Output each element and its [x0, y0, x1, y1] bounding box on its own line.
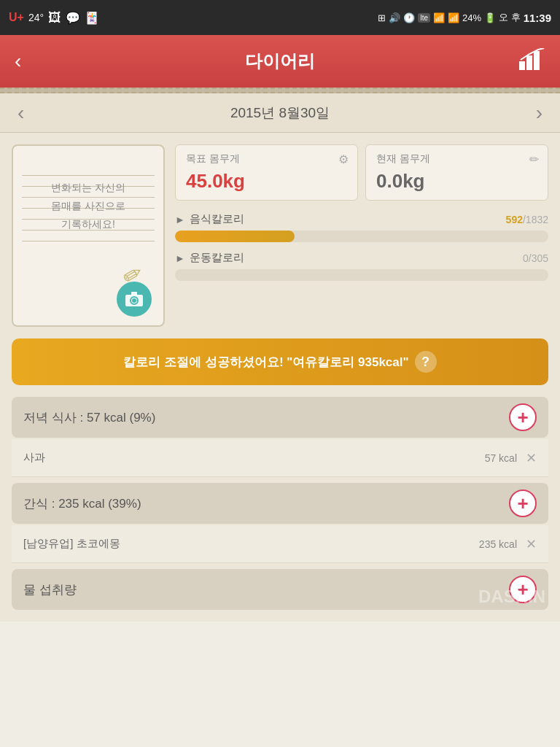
food-progress-bar — [175, 231, 548, 242]
status-right: ⊞ 🔊 🕐 lte 📶 📶 24% 🔋 오 후 11:39 — [378, 11, 551, 24]
apple-right: 57 kcal ✕ — [485, 450, 537, 466]
battery-percent: 24% — [462, 12, 481, 23]
header-divider — [0, 88, 560, 93]
apple-name: 사과 — [23, 451, 45, 465]
lte-badge: lte — [418, 13, 430, 23]
chart-icon — [519, 48, 545, 70]
water-section-header[interactable]: 물 섭취량 + — [12, 569, 548, 610]
choco-name: [남양유업] 초코에몽 — [23, 537, 120, 551]
battery-icon: 🔋 — [484, 12, 496, 23]
dinner-meal-header[interactable]: 저녁 식사 : 57 kcal (9%) + — [12, 397, 548, 438]
camera-button[interactable] — [117, 282, 152, 317]
help-button[interactable]: ? — [415, 351, 437, 373]
app-header: ‹ 다이어리 — [0, 35, 560, 88]
apple-kcal: 57 kcal — [485, 452, 517, 464]
svg-rect-2 — [534, 51, 540, 70]
date-nav: ‹ 2015년 8월30일 › — [0, 93, 560, 133]
svg-point-5 — [132, 298, 136, 303]
food-calorie-arrow: ► — [175, 214, 185, 225]
volume-icon: 🔊 — [389, 12, 400, 23]
signal-icon: 📶 — [448, 12, 459, 23]
header-title: 다이어리 — [44, 50, 516, 73]
back-button[interactable]: ‹ — [15, 50, 44, 73]
prev-date-button[interactable]: ‹ — [18, 101, 24, 125]
target-weight-value: 45.0kg — [186, 170, 347, 193]
time: 11:39 — [524, 12, 551, 24]
snack-meal-label: 간식 : 235 kcal (39%) — [23, 495, 141, 512]
snack-add-button[interactable]: + — [509, 489, 537, 517]
exercise-progress-bar — [175, 269, 548, 281]
calorie-section: ► 음식칼로리 592/1832 ► 운동칼로리 0/305 — [175, 212, 548, 290]
temperature: 24° — [28, 12, 44, 23]
exercise-calorie-value: 0/305 — [523, 252, 548, 264]
current-weight-box: 현재 몸무게 0.0kg ✏ — [365, 144, 548, 201]
food-calorie-row: ► 음식칼로리 592/1832 — [175, 212, 548, 226]
time-period: 오 후 — [499, 11, 521, 24]
edit-icon[interactable]: ✏ — [529, 152, 539, 166]
gallery-icon: 🖼 — [48, 10, 61, 26]
screen-icon: ⊞ — [378, 12, 386, 23]
target-weight-label: 목표 몸무게 — [186, 152, 347, 166]
status-left: U+ 24° 🖼 💬 🃏 — [9, 10, 99, 26]
u-plus-icon: U+ — [9, 11, 24, 24]
choco-kcal: 235 kcal — [479, 538, 517, 550]
weight-boxes: 목표 몸무게 45.0kg ⚙ 현재 몸무게 0.0kg ✏ ► 음식칼로리 5 — [175, 144, 548, 327]
food-calorie-value: 592/1832 — [506, 214, 548, 225]
food-calorie-label: 음식칼로리 — [190, 212, 506, 226]
weight-row: 목표 몸무게 45.0kg ⚙ 현재 몸무게 0.0kg ✏ — [175, 144, 548, 201]
main-content: 변화되는 자신의 몸매를 사진으로 기록하세요! ✏ 목표 몸무게 45.0kg… — [0, 133, 560, 622]
current-date: 2015년 8월30일 — [230, 104, 330, 123]
snack-meal-header[interactable]: 간식 : 235 kcal (39%) + — [12, 483, 548, 524]
clock-icon: 🕐 — [403, 12, 415, 23]
app-icon: 🃏 — [85, 11, 99, 25]
current-weight-value: 0.0kg — [376, 170, 537, 193]
success-banner[interactable]: 칼로리 조절에 성공하셨어요! "여유칼로리 935kcal" ? — [12, 338, 548, 385]
food-progress-fill — [175, 231, 295, 242]
food-section: 저녁 식사 : 57 kcal (9%) + 사과 57 kcal ✕ 간식 :… — [12, 397, 548, 610]
camera-icon — [125, 292, 143, 306]
settings-icon[interactable]: ⚙ — [338, 152, 349, 166]
exercise-calorie-arrow: ► — [175, 252, 185, 264]
wifi-icon: 📶 — [433, 12, 445, 23]
next-date-button[interactable]: › — [536, 101, 542, 125]
svg-rect-0 — [519, 61, 525, 70]
dinner-meal-label: 저녁 식사 : 57 kcal (9%) — [23, 409, 155, 426]
water-label: 물 섭취량 — [23, 581, 77, 598]
apple-delete-button[interactable]: ✕ — [526, 450, 537, 466]
choco-food-item: [남양유업] 초코에몽 235 kcal ✕ — [12, 525, 548, 563]
notebook-text: 변화되는 자신의 몸매를 사진으로 기록하세요! — [25, 179, 152, 234]
choco-right: 235 kcal ✕ — [479, 536, 537, 552]
target-weight-box: 목표 몸무게 45.0kg ⚙ — [175, 144, 358, 201]
svg-rect-6 — [131, 292, 137, 295]
exercise-calorie-label: 운동칼로리 — [190, 251, 523, 265]
notebook: 변화되는 자신의 몸매를 사진으로 기록하세요! ✏ — [12, 144, 165, 327]
current-weight-label: 현재 몸무게 — [376, 152, 537, 166]
success-banner-text: 칼로리 조절에 성공하셨어요! "여유칼로리 935kcal" — [123, 354, 408, 371]
svg-rect-1 — [526, 55, 532, 70]
popop-icon: 💬 — [66, 11, 80, 25]
water-add-button[interactable]: + — [509, 576, 537, 603]
exercise-calorie-row: ► 운동칼로리 0/305 — [175, 251, 548, 265]
chart-button[interactable] — [516, 48, 545, 74]
status-bar: U+ 24° 🖼 💬 🃏 ⊞ 🔊 🕐 lte 📶 📶 24% 🔋 오 후 11:… — [0, 0, 560, 35]
top-section: 변화되는 자신의 몸매를 사진으로 기록하세요! ✏ 목표 몸무게 45.0kg… — [12, 144, 548, 327]
apple-food-item: 사과 57 kcal ✕ — [12, 439, 548, 477]
dinner-add-button[interactable]: + — [509, 403, 537, 431]
choco-delete-button[interactable]: ✕ — [526, 536, 537, 552]
